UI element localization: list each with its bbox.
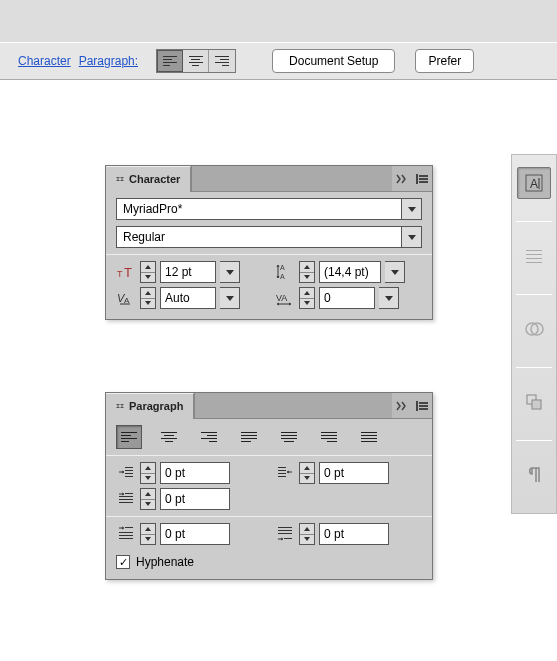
font-size-dd[interactable] xyxy=(220,261,240,283)
leading-down[interactable] xyxy=(300,273,314,283)
tracking-up[interactable] xyxy=(300,288,314,299)
indent-right-stepper[interactable] xyxy=(299,462,315,484)
leading-stepper[interactable] xyxy=(299,261,315,283)
leading-dd[interactable] xyxy=(385,261,405,283)
tracking-dd[interactable] xyxy=(379,287,399,309)
font-family-field[interactable]: MyriadPro* xyxy=(116,198,402,220)
tracking-field[interactable]: 0 xyxy=(319,287,375,309)
svg-rect-22 xyxy=(278,476,286,477)
tracking-down[interactable] xyxy=(300,299,314,309)
kerning-down[interactable] xyxy=(141,299,155,309)
indent-first-stepper[interactable] xyxy=(140,488,156,510)
font-style-arrow[interactable] xyxy=(402,226,422,248)
svg-text:A: A xyxy=(530,177,538,191)
svg-rect-12 xyxy=(419,402,428,404)
collapse-icon xyxy=(116,175,124,183)
options-bar: Character Paragraph: Document Setup Pref… xyxy=(0,0,557,80)
font-size-down[interactable] xyxy=(141,273,155,283)
svg-rect-2 xyxy=(419,178,428,180)
indent-left-stepper[interactable] xyxy=(140,462,156,484)
kerning-up[interactable] xyxy=(141,288,155,299)
svg-rect-0 xyxy=(416,174,418,184)
align-center-button[interactable] xyxy=(183,50,209,72)
align-right-button[interactable] xyxy=(209,50,235,72)
tracking-icon: VA xyxy=(275,288,295,308)
space-before-stepper[interactable] xyxy=(140,523,156,545)
svg-rect-23 xyxy=(125,493,133,494)
paragraph-link[interactable]: Paragraph: xyxy=(79,54,138,68)
dock-opentype-button[interactable] xyxy=(517,240,551,272)
svg-rect-20 xyxy=(278,470,286,471)
dock-paragraph-button[interactable] xyxy=(517,459,551,491)
svg-rect-1 xyxy=(419,175,428,177)
svg-rect-21 xyxy=(278,473,286,474)
font-style-field[interactable]: Regular xyxy=(116,226,402,248)
character-tab[interactable]: Character xyxy=(106,166,191,192)
panel-menu-button[interactable] xyxy=(412,393,432,418)
leading-up[interactable] xyxy=(300,262,314,273)
svg-text:A: A xyxy=(280,273,285,280)
font-family-arrow[interactable] xyxy=(402,198,422,220)
leading-field[interactable]: (14,4 pt) xyxy=(319,261,381,283)
font-size-up[interactable] xyxy=(141,262,155,273)
para-justify-center[interactable] xyxy=(276,425,302,449)
hyphenate-checkbox[interactable]: ✓ xyxy=(116,555,130,569)
svg-rect-16 xyxy=(125,470,133,471)
dock-character-button[interactable]: A xyxy=(517,167,551,199)
para-align-left[interactable] xyxy=(116,425,142,449)
para-align-center[interactable] xyxy=(156,425,182,449)
space-after-icon xyxy=(275,524,295,544)
para-justify-all[interactable] xyxy=(356,425,382,449)
svg-rect-39 xyxy=(526,254,542,255)
indent-right-icon xyxy=(275,463,295,483)
kerning-stepper[interactable] xyxy=(140,287,156,309)
para-justify-right[interactable] xyxy=(316,425,342,449)
space-after-field[interactable]: 0 pt xyxy=(319,523,389,545)
svg-text:T: T xyxy=(117,269,123,279)
svg-rect-19 xyxy=(278,467,286,468)
font-size-stepper[interactable] xyxy=(140,261,156,283)
svg-rect-17 xyxy=(125,473,133,474)
kerning-field[interactable]: Auto xyxy=(160,287,216,309)
font-family-dropdown[interactable]: MyriadPro* xyxy=(116,198,422,220)
font-size-field[interactable]: 12 pt xyxy=(160,261,216,283)
font-style-dropdown[interactable]: Regular xyxy=(116,226,422,248)
indent-left-field[interactable]: 0 pt xyxy=(160,462,230,484)
svg-rect-3 xyxy=(419,181,428,183)
checkmark-icon: ✓ xyxy=(119,557,128,568)
tracking-stepper[interactable] xyxy=(299,287,315,309)
align-left-button[interactable] xyxy=(157,50,183,72)
space-after-stepper[interactable] xyxy=(299,523,315,545)
para-justify-left[interactable] xyxy=(236,425,262,449)
hyphenate-label: Hyphenate xyxy=(136,555,194,569)
indent-right-field[interactable]: 0 pt xyxy=(319,462,389,484)
svg-rect-27 xyxy=(125,527,133,528)
document-setup-button[interactable]: Document Setup xyxy=(272,49,395,73)
panel-collapse-button[interactable] xyxy=(392,166,412,191)
kerning-dd[interactable] xyxy=(220,287,240,309)
toolbar-align-group xyxy=(156,49,236,73)
preferences-button[interactable]: Prefer xyxy=(415,49,474,73)
kerning-icon: VA xyxy=(116,288,136,308)
character-tab-title: Character xyxy=(129,173,180,185)
dock-layers-button[interactable] xyxy=(517,386,551,418)
svg-rect-32 xyxy=(278,530,292,531)
paragraph-tab[interactable]: Paragraph xyxy=(106,393,194,419)
space-before-field[interactable]: 0 pt xyxy=(160,523,230,545)
para-align-right[interactable] xyxy=(196,425,222,449)
paragraph-panel-tab: Paragraph xyxy=(106,393,432,419)
svg-rect-29 xyxy=(119,535,133,536)
svg-text:VA: VA xyxy=(276,293,287,303)
space-before-icon xyxy=(116,524,136,544)
panel-collapse-button[interactable] xyxy=(392,393,412,418)
svg-rect-30 xyxy=(119,538,133,539)
svg-rect-31 xyxy=(278,527,292,528)
svg-rect-28 xyxy=(119,532,133,533)
svg-rect-34 xyxy=(284,538,292,539)
character-link[interactable]: Character xyxy=(18,54,71,68)
dock-swatches-button[interactable] xyxy=(517,313,551,345)
character-panel-tab: Character xyxy=(106,166,432,192)
panel-menu-button[interactable] xyxy=(412,166,432,191)
indent-first-field[interactable]: 0 pt xyxy=(160,488,230,510)
svg-rect-45 xyxy=(532,400,541,409)
